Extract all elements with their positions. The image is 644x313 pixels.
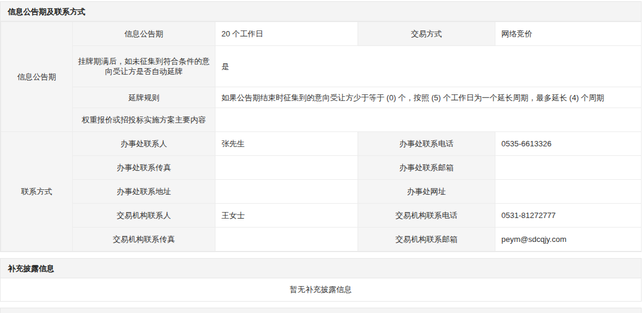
cell-value-announcement-period: 20 个工作日 — [215, 22, 358, 46]
table-row: 挂牌期满后，如未征集到符合条件的意向受让方是否自动延牌 是 — [1, 46, 642, 87]
table-row: 联系方式 办事处联系人 张先生 办事处联系电话 0535-6613326 — [1, 132, 642, 156]
table-row: 办事处联系传真 办事处联系邮箱 — [1, 156, 642, 180]
cell-label-announcement-period: 信息公告期 — [73, 22, 215, 46]
cell-label-bid-plan: 权重报价或招投标实施方案主要内容 — [73, 108, 215, 132]
section-title-announcement: 信息公告期及联系方式 — [1, 2, 641, 22]
cell-value-office-email — [495, 156, 642, 180]
announcement-contact-section: 信息公告期及联系方式 信息公告期 信息公告期 20 个工作日 交易方式 网络竞价… — [0, 1, 642, 252]
table-row: 办事处联系地址 办事处网址 — [1, 180, 642, 204]
announcement-contact-table: 信息公告期 信息公告期 20 个工作日 交易方式 网络竞价 挂牌期满后，如未征集… — [1, 22, 642, 251]
cell-label-exchange-fax: 交易机构联系传真 — [73, 228, 215, 251]
cell-label-office-fax: 办事处联系传真 — [73, 156, 215, 180]
cell-value-auto-extend: 是 — [215, 46, 642, 87]
cell-label-office-phone: 办事处联系电话 — [358, 132, 495, 156]
cell-value-exchange-phone: 0531-81272777 — [495, 204, 642, 228]
cell-value-office-website — [495, 180, 642, 204]
group-cell-contact: 联系方式 — [1, 132, 73, 251]
cell-label-office-website: 办事处网址 — [358, 180, 495, 204]
table-row: 延牌规则 如果公告期结束时征集到的意向受让方少于等于 (0) 个，按照 (5) … — [1, 87, 642, 108]
cell-value-extend-rule: 如果公告期结束时征集到的意向受让方少于等于 (0) 个，按照 (5) 个工作日为… — [215, 87, 642, 108]
cell-value-exchange-email: peym@sdcqjy.com — [495, 228, 642, 251]
section-title-supplement: 补充披露信息 — [1, 259, 641, 278]
cell-value-trade-method: 网络竞价 — [495, 22, 642, 46]
cell-label-office-contact: 办事处联系人 — [73, 132, 215, 156]
cell-value-office-fax — [215, 156, 358, 180]
cell-value-bid-plan — [215, 108, 642, 132]
supplement-section: 补充披露信息 暂无补充披露信息 — [0, 258, 642, 302]
cell-value-office-address — [215, 180, 358, 204]
cell-label-exchange-contact: 交易机构联系人 — [73, 204, 215, 228]
cell-value-exchange-contact: 王女士 — [215, 204, 358, 228]
group-cell-announcement: 信息公告期 — [1, 22, 73, 132]
cell-value-exchange-fax — [215, 228, 358, 251]
table-row: 交易机构联系人 王女士 交易机构联系电话 0531-81272777 — [1, 204, 642, 228]
section-title-attachment: 附件材料 — [1, 308, 641, 313]
cell-label-extend-rule: 延牌规则 — [73, 87, 215, 108]
cell-label-office-email: 办事处联系邮箱 — [358, 156, 495, 180]
cell-label-exchange-phone: 交易机构联系电话 — [358, 204, 495, 228]
cell-label-office-address: 办事处联系地址 — [73, 180, 215, 204]
supplement-empty-text: 暂无补充披露信息 — [1, 278, 641, 301]
table-row: 权重报价或招投标实施方案主要内容 — [1, 108, 642, 132]
attachment-section: 附件材料 提示：项目无相关材料。 — [0, 308, 642, 313]
cell-value-office-phone: 0535-6613326 — [495, 132, 642, 156]
table-row: 信息公告期 信息公告期 20 个工作日 交易方式 网络竞价 — [1, 22, 642, 46]
cell-label-trade-method: 交易方式 — [358, 22, 495, 46]
cell-label-exchange-email: 交易机构联系邮箱 — [358, 228, 495, 251]
cell-value-office-contact: 张先生 — [215, 132, 358, 156]
cell-label-auto-extend: 挂牌期满后，如未征集到符合条件的意向受让方是否自动延牌 — [73, 46, 215, 87]
table-row: 交易机构联系传真 交易机构联系邮箱 peym@sdcqjy.com — [1, 228, 642, 251]
